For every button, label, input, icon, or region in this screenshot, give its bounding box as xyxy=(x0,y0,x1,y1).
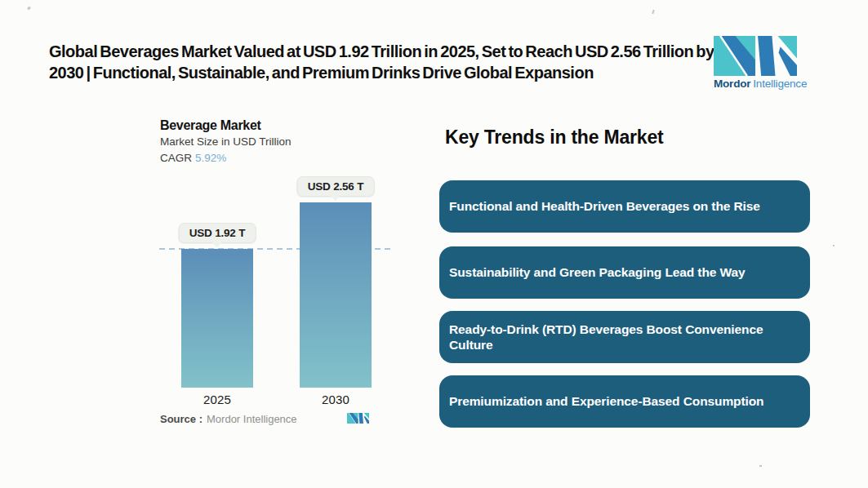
source-label: Source : xyxy=(160,413,203,425)
trend-box-label: Ready-to-Drink (RTD) Beverages Boost Con… xyxy=(449,322,800,353)
headline: Global Beverages Market Valued at USD 1.… xyxy=(49,41,717,83)
bar-2025 xyxy=(181,249,253,388)
value-label-2030: USD 2.56 T xyxy=(297,176,375,197)
trend-box-premiumization: Premiumization and Experience-Based Cons… xyxy=(439,375,810,428)
trend-box-label: Sustainability and Green Packaging Lead … xyxy=(449,264,746,280)
chart-subtitle: Market Size in USD Trillion xyxy=(160,135,292,148)
brand-name: MordorIntelligence xyxy=(714,78,812,90)
trend-box-sustainability: Sustainability and Green Packaging Lead … xyxy=(439,246,810,299)
trend-box-label: Functional and Health-Driven Beverages o… xyxy=(449,198,760,214)
cagr-value: 5.92% xyxy=(195,152,226,164)
infographic-canvas: Global Beverages Market Valued at USD 1.… xyxy=(0,0,868,488)
trend-box-label: Premiumization and Experience-Based Cons… xyxy=(449,393,763,409)
brand-name-bold: Mordor xyxy=(714,78,750,90)
cagr-label: CAGR xyxy=(160,152,192,164)
brand-name-light: Intelligence xyxy=(753,78,807,90)
speck xyxy=(652,10,654,14)
brand-logo: MordorIntelligence xyxy=(714,36,812,90)
source-value: Mordor Intelligence xyxy=(207,413,297,425)
speck xyxy=(833,245,835,246)
speck xyxy=(27,7,31,11)
mordor-intelligence-mini-logo-icon xyxy=(347,413,369,424)
mordor-intelligence-logo-icon xyxy=(714,36,797,76)
x-axis-label-2025: 2025 xyxy=(203,393,231,406)
trend-box-rtd: Ready-to-Drink (RTD) Beverages Boost Con… xyxy=(439,311,810,363)
x-axis-label-2030: 2030 xyxy=(322,393,349,406)
trend-box-functional: Functional and Health-Driven Beverages o… xyxy=(439,180,810,233)
chart-title: Beverage Market xyxy=(160,118,261,133)
source-row: Source :Mordor Intelligence xyxy=(160,413,297,425)
bar-2030 xyxy=(300,202,372,388)
chart-cagr: CAGR5.92% xyxy=(160,152,226,164)
value-label-2025: USD 1.92 T xyxy=(179,223,256,243)
bar-chart: USD 1.92 T USD 2.56 T 2025 2030 xyxy=(159,184,394,388)
speck xyxy=(759,465,762,467)
trends-heading: Key Trends in the Market xyxy=(445,126,663,149)
